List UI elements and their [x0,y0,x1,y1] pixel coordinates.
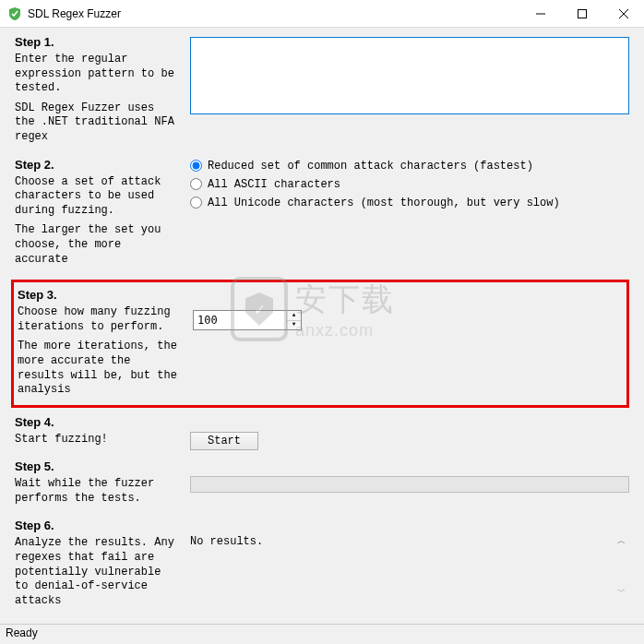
step5-title: Step 5. [15,459,181,473]
status-bar: Ready [0,624,644,644]
radio-reduced[interactable] [190,160,202,172]
window-controls [519,0,644,27]
step2-desc1: Choose a set of attack characters to be … [15,175,181,219]
step1-desc2: SDL Regex Fuzzer uses the .NET tradition… [15,101,181,145]
step3-desc2: The more iterations, the more accurate t… [18,340,184,397]
step3-title: Step 3. [18,288,184,302]
radio-ascii[interactable] [190,178,202,190]
radio-unicode[interactable] [190,197,202,209]
iterations-spinner[interactable]: ▲ ▼ [193,310,302,330]
spinner-up[interactable]: ▲ [287,311,301,321]
step5-desc: Wait while the fuzzer performs the tests… [15,477,181,506]
step1-desc1: Enter the regular expression pattern to … [15,53,181,96]
attack-option-unicode[interactable]: All Unicode characters (most thorough, b… [190,197,629,209]
app-icon [7,6,22,21]
step6-desc: Analyze the results. Any regexes that fa… [15,536,181,608]
step4-desc: Start fuzzing! [15,433,181,447]
main-content: Step 1. Enter the regular expression pat… [0,28,644,624]
close-button[interactable] [602,0,644,27]
window-title: SDL Regex Fuzzer [28,7,519,20]
step-1: Step 1. Enter the regular expression pat… [15,35,629,150]
spinner-down[interactable]: ▼ [287,321,301,330]
attack-option-ascii[interactable]: All ASCII characters [190,178,629,191]
scroll-up-icon[interactable]: ︿ [617,535,626,547]
step2-desc2: The larger the set you choose, the more … [15,223,181,267]
progress-bar [190,476,629,493]
svg-rect-1 [578,9,586,18]
step3-highlight: Step 3. Choose how many fuzzing iteratio… [11,280,629,408]
step3-desc1: Choose how many fuzzing iterations to pe… [18,305,184,334]
step-5: Step 5. Wait while the fuzzer performs t… [15,459,629,511]
minimize-button[interactable] [519,0,561,27]
scroll-down-icon[interactable]: ﹀ [617,586,626,598]
iterations-input[interactable] [194,311,286,329]
results-scroll[interactable]: ︿ ﹀ [617,535,626,598]
step-6: Step 6. Analyze the results. Any regexes… [15,519,629,614]
regex-input[interactable] [190,37,629,114]
step2-title: Step 2. [15,158,181,172]
step4-title: Step 4. [15,415,181,429]
step-3: Step 3. Choose how many fuzzing iteratio… [18,288,623,403]
attack-option-reduced[interactable]: Reduced set of common attack characters … [190,160,629,173]
step1-title: Step 1. [15,35,181,49]
status-text: Ready [6,626,38,639]
step6-title: Step 6. [15,519,181,532]
results-text: No results. [190,535,617,548]
maximize-button[interactable] [561,0,602,27]
titlebar: SDL Regex Fuzzer [0,0,644,28]
start-button[interactable]: Start [190,432,258,450]
step-2: Step 2. Choose a set of attack character… [15,158,629,273]
step-4: Step 4. Start fuzzing! Start [15,415,629,453]
